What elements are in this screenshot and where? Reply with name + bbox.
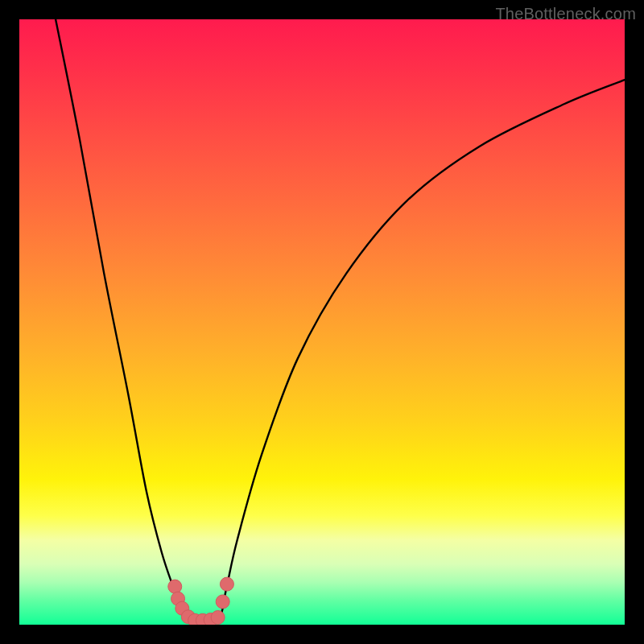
curve-marker <box>168 580 182 593</box>
bottleneck-curve <box>56 19 625 625</box>
plot-area <box>19 19 625 625</box>
curve-marker <box>220 577 233 591</box>
chart-svg <box>19 19 625 625</box>
curve-markers <box>168 577 234 625</box>
chart-frame: TheBottleneck.com <box>0 0 644 644</box>
curve-marker <box>216 595 229 609</box>
watermark-text: TheBottleneck.com <box>495 5 636 23</box>
curve-marker <box>211 610 225 624</box>
